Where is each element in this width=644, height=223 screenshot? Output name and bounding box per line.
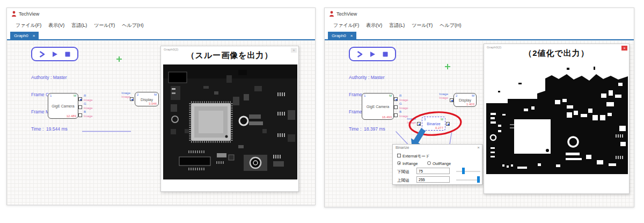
port-gige-g[interactable] xyxy=(394,105,398,109)
binarize-input-labels: Image Image xyxy=(403,117,416,125)
run-toolbar xyxy=(31,47,78,61)
step-run-icon xyxy=(38,51,46,58)
menu-file[interactable]: ファイル(F) xyxy=(16,22,41,29)
techview-window-left: TechView ファイル(F) 表示(V) 言語(L) ツール(T) ヘルプ(… xyxy=(6,8,316,205)
pcb-image-binarized xyxy=(486,61,628,186)
lower-threshold-label: 下閾値 xyxy=(397,169,409,175)
node-mode-flag: M xyxy=(154,93,157,96)
tab-close-icon[interactable]: × xyxy=(350,33,353,38)
port-gige-r[interactable] xyxy=(394,97,398,101)
inrange-radio[interactable] xyxy=(397,161,401,165)
image-viewer-through[interactable]: Graph0(2) × （スルー画像を出力） xyxy=(160,46,299,192)
external-mode-label: Externalモード xyxy=(402,154,429,159)
node-mode-flag: M xyxy=(472,94,474,97)
run-toolbar xyxy=(349,47,396,61)
menu-tools[interactable]: ツール(T) xyxy=(412,22,433,29)
tab-graph0[interactable]: Graph0 × xyxy=(10,32,39,39)
port-gige-r[interactable] xyxy=(78,97,82,101)
tab-label: Graph0 xyxy=(14,33,28,38)
port-type: Image xyxy=(84,114,93,119)
port-labels: R Image G Image B Image xyxy=(84,94,93,118)
port-binarize-in[interactable] xyxy=(417,122,421,126)
stop-button[interactable] xyxy=(63,50,72,58)
menu-tools[interactable]: ツール(T) xyxy=(94,22,115,29)
external-mode-checkbox[interactable] xyxy=(397,154,401,157)
input-type-label: Image xyxy=(435,96,448,100)
node-label: GigE Camera xyxy=(362,105,393,109)
lower-threshold-input[interactable] xyxy=(416,168,450,174)
node-display[interactable]: 2 M Display 1.403 xyxy=(453,93,477,107)
techview-window-right: TechView ファイル(F) 表示(V) 言語(L) ツール(T) ヘルプ(… xyxy=(324,8,634,207)
node-gige-camera[interactable]: 1 M GigE Camera 16.493 xyxy=(362,93,394,120)
node-binarize[interactable]: 3 M Binarize 0.277 xyxy=(422,117,445,131)
node-exec-time: 3.046 xyxy=(149,102,157,105)
pcb-image-grayscale xyxy=(163,64,297,179)
node-display[interactable]: 2 M Display 3.046 xyxy=(135,92,159,106)
tab-close-icon[interactable]: × xyxy=(33,33,35,38)
upper-threshold-slider-handle[interactable] xyxy=(477,176,480,183)
outrange-radio[interactable] xyxy=(427,161,431,165)
port-letter: R xyxy=(399,94,408,98)
node-number: 2 xyxy=(456,94,457,97)
port-connected-dot xyxy=(419,124,420,125)
lower-threshold-slider-handle[interactable] xyxy=(462,168,465,174)
port-type: Image xyxy=(399,98,408,103)
menubar: ファイル(F) 表示(V) 言語(L) ツール(T) ヘルプ(H) xyxy=(325,20,634,31)
node-number: 3 xyxy=(424,118,426,121)
node-gige-camera[interactable]: 1 M GigE Camera 12.489 xyxy=(48,93,78,119)
port-type: Image xyxy=(84,98,93,103)
dialog-title: Binarize xyxy=(396,146,409,149)
status-time: Time : 19.544 ms xyxy=(31,126,72,132)
inrange-label: InRange xyxy=(402,161,418,166)
port-gige-g[interactable] xyxy=(78,105,82,109)
lower-threshold-slider[interactable] xyxy=(456,171,480,172)
menu-view[interactable]: 表示(V) xyxy=(48,22,64,29)
port-labels: R Image G Image B Image xyxy=(399,94,408,118)
port-letter: G xyxy=(399,102,408,106)
port-letter: R xyxy=(84,94,93,98)
viewer-caption: （2値化で出力） xyxy=(484,48,629,59)
port-connected-dot xyxy=(131,99,133,100)
port-type: Image xyxy=(399,106,408,111)
port-gige-b[interactable] xyxy=(78,113,82,117)
menu-language[interactable]: 言語(L) xyxy=(389,22,405,29)
port-letter: B xyxy=(84,110,93,114)
step-run-button[interactable] xyxy=(355,50,364,58)
input-type-label: Image xyxy=(403,117,416,121)
port-display-in[interactable] xyxy=(130,97,134,101)
status-authority: Authority : Master xyxy=(31,75,72,81)
port-binarize-out[interactable] xyxy=(446,122,450,126)
input-type-label: Image xyxy=(403,121,416,125)
play-icon xyxy=(51,51,58,58)
app-icon xyxy=(11,11,17,17)
image-viewer-binarized[interactable]: Graph0(2) × （2値化で出力） xyxy=(484,44,630,194)
stop-button[interactable] xyxy=(381,50,390,58)
play-button[interactable] xyxy=(50,50,59,58)
step-run-button[interactable] xyxy=(38,50,46,58)
tab-graph0[interactable]: Graph0 × xyxy=(328,32,356,39)
port-connected-dot xyxy=(80,99,82,100)
titlebar[interactable]: TechView xyxy=(7,8,315,20)
port-display-in[interactable] xyxy=(450,98,453,102)
tab-label: Graph0 xyxy=(332,33,346,38)
upper-threshold-label: 上閾値 xyxy=(397,178,409,183)
binarize-dialog[interactable]: Binarize × Externalモード InRange OutRange … xyxy=(392,144,482,185)
menu-language[interactable]: 言語(L) xyxy=(71,22,87,29)
status-authority: Authority : Master xyxy=(349,75,390,81)
node-mode-flag: M xyxy=(74,94,76,97)
input-type-label: Image xyxy=(118,91,130,95)
input-type-label: Image xyxy=(118,95,130,99)
menu-help[interactable]: ヘルプ(H) xyxy=(122,22,143,29)
menu-help[interactable]: ヘルプ(H) xyxy=(440,22,461,29)
play-button[interactable] xyxy=(368,50,377,58)
input-type-label: Image xyxy=(435,92,448,96)
menu-view[interactable]: 表示(V) xyxy=(366,22,382,29)
titlebar[interactable]: TechView xyxy=(325,8,634,20)
dialog-close-icon[interactable]: × xyxy=(477,145,480,150)
menu-file[interactable]: ファイル(F) xyxy=(333,22,359,29)
cursor-plus-icon xyxy=(444,63,451,70)
port-gige-b[interactable] xyxy=(394,113,398,117)
stop-icon xyxy=(382,51,389,58)
stop-icon xyxy=(64,51,71,58)
upper-threshold-input[interactable] xyxy=(416,176,450,183)
